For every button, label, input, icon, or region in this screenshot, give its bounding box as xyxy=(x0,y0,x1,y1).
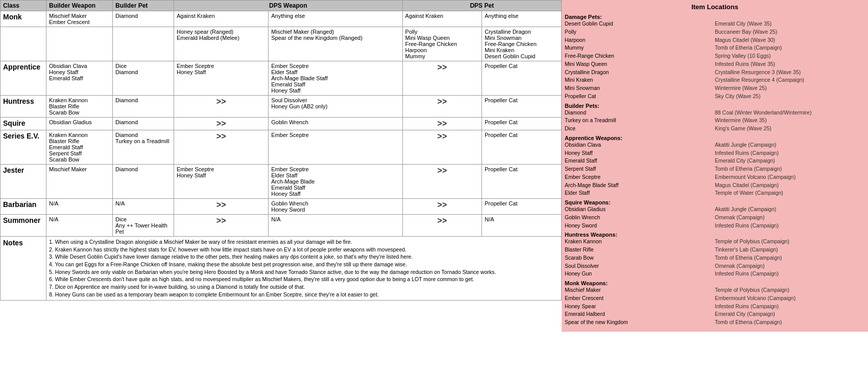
double-arrow-cell: >> xyxy=(402,130,482,165)
item-name: Elder Staff xyxy=(565,189,715,197)
item-location: Spring Valley (10 Eggs) xyxy=(715,52,865,60)
item-location-grid: Obsidian GladiusAkatiti Jungle (Campaign… xyxy=(565,205,865,230)
item-name: Propeller Cat xyxy=(565,93,715,101)
item-location: Crystalline Resurgence 4 (Campaign) xyxy=(715,76,865,84)
notes-label: Notes xyxy=(1,237,46,301)
item-name: Mummy xyxy=(565,44,715,52)
double-arrow-cell: >> xyxy=(174,130,269,165)
item-name: Honey Spear xyxy=(565,303,715,311)
item-location: Tinkerer's Lab (Campaign) xyxy=(715,246,865,254)
item-location: Buccaneer Bay (Wave 25) xyxy=(715,28,865,36)
item-location-section: Squire Weapons:Obsidian GladiusAkatiti J… xyxy=(565,199,865,230)
item-name: Serpent Staff xyxy=(565,165,715,173)
item-name: Honey Gun xyxy=(565,270,715,278)
class-cell: Apprentice xyxy=(1,61,46,96)
double-arrow-cell: >> xyxy=(402,199,482,215)
item-name: Mini Wasp Queen xyxy=(565,60,715,68)
class-cell: Huntress xyxy=(1,96,46,118)
item-location-section: Damage Pets:Desert Goblin CupidEmerald C… xyxy=(565,14,865,101)
main-table-container: Class Builder Weapon Builder Pet DPS Wea… xyxy=(0,0,562,332)
section-title: Damage Pets: xyxy=(565,14,865,20)
col-header-builder-weapon: Builder Weapon xyxy=(46,1,113,11)
item-location: Emerald City (Campaign) xyxy=(715,157,865,165)
section-title: Apprentice Weapons: xyxy=(565,135,865,141)
item-location: Omenak (Campaign) xyxy=(715,262,865,270)
double-arrow-cell: >> xyxy=(402,215,482,237)
item-location-grid: Mischief MakerTemple of Polybius (Campai… xyxy=(565,286,865,327)
class-cell: Squire xyxy=(1,118,46,130)
item-location: Emerald City (Wave 35) xyxy=(715,20,865,28)
col-header-builder-pet: Builder Pet xyxy=(113,1,174,11)
item-name: Soul Dissolver xyxy=(565,262,715,270)
item-locations-panel: Item Locations Damage Pets:Desert Goblin… xyxy=(562,0,868,332)
notes-row: Notes1. When using a Crystalline Dragon … xyxy=(1,237,562,301)
item-location-grid: Diamond88 Coal (Winter Wonderland/Winter… xyxy=(565,109,865,133)
section-title: Huntress Weapons: xyxy=(565,232,865,238)
table-row: JesterMischief MakerDiamondEmber Sceptre… xyxy=(1,165,562,199)
item-location: Magus Citadel (Campaign) xyxy=(715,181,865,190)
item-location-grid: Kraken KannonTemple of Polybius (Campaig… xyxy=(565,238,865,278)
item-location: King's Game (Wave 25) xyxy=(715,125,865,133)
class-cell: Barbarian xyxy=(1,199,46,215)
item-location: Infested Ruins (Campaign) xyxy=(715,149,865,157)
item-name: Goblin Wrench xyxy=(565,214,715,222)
item-location: Tomb of Etheria (Campaign) xyxy=(715,318,865,327)
item-location-section: Apprentice Weapons:Obsidian ClavaAkatiti… xyxy=(565,135,865,197)
double-arrow-cell: >> xyxy=(174,199,269,215)
item-locations-title: Item Locations xyxy=(565,3,865,11)
item-name: Emerald Halberd xyxy=(565,310,715,318)
item-name: Crystalline Dragon xyxy=(565,68,715,77)
col-header-class: Class xyxy=(1,1,46,11)
item-location-grid: Obsidian ClavaAkatiti Jungle (Campaign)H… xyxy=(565,141,865,197)
item-name: Arch-Mage Blade Staff xyxy=(565,181,715,190)
item-name: Free-Range Chicken xyxy=(565,52,715,60)
class-cell: Monk xyxy=(1,11,46,27)
item-location: Sky City (Wave 25) xyxy=(715,93,865,101)
item-name: Honey Sword xyxy=(565,222,715,230)
item-location: Infested Ruins (Campaign) xyxy=(715,222,865,230)
item-name: Mischief Maker xyxy=(565,286,715,294)
item-name: Polly xyxy=(565,28,715,36)
section-title: Monk Weapons: xyxy=(565,280,865,286)
class-cell: Summoner xyxy=(1,215,46,237)
item-location: Temple of Polybius (Campaign) xyxy=(715,238,865,246)
item-name: Mini Kraken xyxy=(565,76,715,84)
item-name: Blaster Rifle xyxy=(565,246,715,254)
item-name: Desert Goblin Cupid xyxy=(565,20,715,28)
item-location: Infested Ruins (Campaign) xyxy=(715,270,865,278)
item-name: Mini Snowman xyxy=(565,84,715,93)
item-name: Emerald Staff xyxy=(565,157,715,165)
double-arrow-cell: >> xyxy=(174,215,269,237)
class-cell: Series E.V. xyxy=(1,130,46,165)
header-row: Class Builder Weapon Builder Pet DPS Wea… xyxy=(1,1,562,11)
item-name: Obsidian Gladius xyxy=(565,205,715,214)
double-arrow-cell: >> xyxy=(402,96,482,118)
table-row: SummonerN/ADiceAny ++ Tower Health Pet>>… xyxy=(1,215,562,237)
item-location: Wintermire (Wave 35) xyxy=(715,117,865,125)
table-row: BarbarianN/AN/A>>Goblin WrenchHoney Swor… xyxy=(1,199,562,215)
item-name: Ember Crescent xyxy=(565,294,715,303)
notes-content: 1. When using a Crystalline Dragon along… xyxy=(46,237,562,301)
item-location: Tomb of Etheria (Campaign) xyxy=(715,165,865,173)
item-name: Kraken Kannon xyxy=(565,238,715,246)
col-header-dps-weapon: DPS Weapon xyxy=(174,1,403,11)
item-location: Emerald City (Campaign) xyxy=(715,310,865,318)
item-name: Honey Staff xyxy=(565,149,715,157)
double-arrow-cell: >> xyxy=(402,118,482,130)
item-location: Crystalline Resurgence 3 (Wave 35) xyxy=(715,68,865,77)
table-row: Series E.V.Kraken KannonBlaster RifleEme… xyxy=(1,130,562,165)
item-location: Omenak (Campaign) xyxy=(715,214,865,222)
main-table: Class Builder Weapon Builder Pet DPS Wea… xyxy=(0,0,562,301)
item-name: Scarab Bow xyxy=(565,254,715,262)
double-arrow-cell: >> xyxy=(174,96,269,118)
table-row: SquireObsidian GladiusDiamond>>Goblin Wr… xyxy=(1,118,562,130)
col-header-dps-pet: DPS Pet xyxy=(402,1,561,11)
item-name: Ember Sceptre xyxy=(565,173,715,181)
section-title: Squire Weapons: xyxy=(565,199,865,205)
item-name: Spear of the new Kingdom xyxy=(565,318,715,327)
item-location: Wintermire (Wave 25) xyxy=(715,84,865,93)
item-location: Tomb of Etheria (Campaign) xyxy=(715,44,865,52)
item-location: Tomb of Etheria (Campaign) xyxy=(715,254,865,262)
item-location: Infested Ruins (Campaign) xyxy=(715,303,865,311)
item-name: Diamond xyxy=(565,109,715,117)
